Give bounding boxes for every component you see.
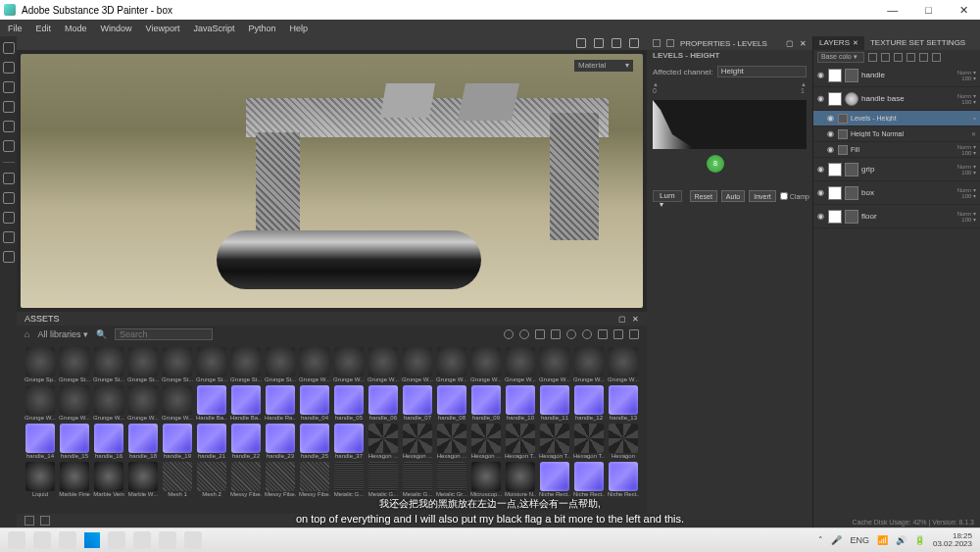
props-icon[interactable] <box>653 39 661 47</box>
layer-blend[interactable]: Norm ▾100 ▾ <box>957 93 976 105</box>
asset-item[interactable]: Hexagon <box>608 424 639 459</box>
export-tool[interactable] <box>3 173 15 184</box>
start-button[interactable] <box>84 532 100 548</box>
asset-item[interactable]: Grunge St... <box>265 347 296 382</box>
projection-tool[interactable] <box>3 81 15 93</box>
asset-item[interactable]: handle_08 <box>436 385 467 421</box>
asset-item[interactable]: Niche Rect... <box>608 462 639 497</box>
asset-item[interactable]: Hexagon T... <box>573 424 605 459</box>
hist-mark-min[interactable]: 0 <box>653 81 659 94</box>
visibility-toggle[interactable]: ◉ <box>817 188 825 197</box>
camera-icon[interactable] <box>612 38 621 48</box>
view-list-icon[interactable] <box>598 329 608 339</box>
asset-item[interactable]: Hexagon T... <box>539 424 570 459</box>
clamp-checkbox[interactable]: Clamp <box>780 192 809 200</box>
asset-item[interactable]: handle_21 <box>196 424 227 459</box>
filter-smart-icon[interactable] <box>551 329 561 339</box>
layer-mask-thumb[interactable] <box>828 210 842 224</box>
channel-select[interactable]: Base colo ▾ <box>817 52 864 63</box>
minimize-button[interactable]: — <box>879 4 906 17</box>
asset-item[interactable]: Grunge W... <box>402 347 433 382</box>
display-icon[interactable] <box>594 38 604 48</box>
layer-row[interactable]: ◉gripNorm ▾100 ▾ <box>813 158 980 181</box>
asset-item[interactable]: Microscop... <box>470 462 502 497</box>
assets-foot-icon[interactable] <box>40 516 50 526</box>
settings-tool[interactable] <box>3 231 15 243</box>
menu-mode[interactable]: Mode <box>65 24 87 33</box>
visibility-toggle[interactable]: ◉ <box>827 145 835 154</box>
asset-item[interactable]: Messy Fibe... <box>299 462 330 497</box>
assets-home-icon[interactable]: ⌂ <box>24 329 29 339</box>
taskbar-app-icon[interactable] <box>133 531 151 549</box>
layer-row[interactable]: ◉handleNorm ▾100 ▾ <box>813 64 980 87</box>
asset-item[interactable]: handle_37 <box>333 424 365 459</box>
asset-item[interactable]: Metalic G... <box>368 462 399 497</box>
asset-item[interactable]: handle_12 <box>573 385 605 421</box>
misc-tool[interactable] <box>3 251 15 263</box>
delete-icon[interactable] <box>919 53 928 62</box>
asset-item[interactable]: Grunge St... <box>127 347 159 382</box>
asset-item[interactable]: Liquid <box>24 462 56 497</box>
asset-item[interactable]: Handle Ra... <box>265 385 296 421</box>
asset-item[interactable]: handle_19 <box>162 424 193 459</box>
assets-popout-icon[interactable]: ▢ <box>618 315 626 324</box>
asset-item[interactable]: handle_05 <box>333 385 365 421</box>
layer-thumb[interactable] <box>845 69 858 82</box>
asset-item[interactable]: Hexagon ... <box>368 424 399 459</box>
visibility-toggle[interactable]: ◉ <box>817 165 825 174</box>
asset-item[interactable]: Grunge W... <box>470 347 502 382</box>
asset-item[interactable]: handle_23 <box>265 424 296 459</box>
asset-item[interactable]: Grunge W... <box>368 347 399 382</box>
layer-blend[interactable]: Norm ▾100 ▾ <box>957 70 976 81</box>
assets-foot-icon[interactable] <box>24 516 34 526</box>
layer-thumb[interactable] <box>845 210 858 224</box>
taskbar-app-icon[interactable] <box>33 531 51 549</box>
menu-file[interactable]: File <box>8 24 23 33</box>
asset-item[interactable]: Grunge St... <box>196 347 227 382</box>
visibility-toggle[interactable]: ◉ <box>827 114 835 123</box>
viewport-3d[interactable]: Material <box>21 54 643 308</box>
taskbar-app-icon[interactable] <box>108 531 125 549</box>
asset-item[interactable]: Hexagon ... <box>402 424 433 459</box>
asset-item[interactable]: Grunge W... <box>573 347 605 382</box>
render-tool[interactable] <box>3 192 15 204</box>
asset-item[interactable]: handle_16 <box>93 424 124 459</box>
props-icon[interactable] <box>666 39 674 47</box>
layer-blend[interactable]: Norm ▾100 ▾ <box>957 211 976 223</box>
taskbar-app-icon[interactable] <box>159 531 176 549</box>
asset-item[interactable]: Hexagon ... <box>436 424 467 459</box>
add-effect-icon[interactable] <box>881 53 890 62</box>
asset-item[interactable]: handle_10 <box>505 385 536 421</box>
layer-mask-thumb[interactable] <box>828 163 842 176</box>
asset-item[interactable]: Handle Ba... <box>196 385 227 421</box>
filter-brush-icon[interactable] <box>566 329 576 339</box>
hist-mark-max[interactable]: 1 <box>801 81 807 94</box>
layer-blend[interactable]: Norm ▾100 ▾ <box>957 187 976 199</box>
tray-wifi-icon[interactable]: 📶 <box>877 535 888 545</box>
assets-library-dropdown[interactable]: All libraries ▾ <box>37 329 88 339</box>
asset-item[interactable]: Grunge St... <box>93 347 124 382</box>
asset-item[interactable]: Metalic G... <box>333 462 365 497</box>
asset-item[interactable]: Niche Rect... <box>539 462 570 497</box>
filter-env-icon[interactable] <box>504 329 514 339</box>
layer-row[interactable]: ◉Levels - Height▾ <box>813 111 980 126</box>
asset-item[interactable]: handle_13 <box>608 385 639 421</box>
asset-item[interactable]: Grunge Sp... <box>24 347 56 382</box>
affected-channel-select[interactable]: Height <box>717 66 807 77</box>
auto-button[interactable]: Auto <box>721 190 745 202</box>
asset-item[interactable]: Marble Vein <box>93 462 124 497</box>
layer-row[interactable]: ◉FillNorm ▾100 ▾ <box>813 142 980 158</box>
asset-item[interactable]: handle_09 <box>470 385 502 421</box>
menu-edit[interactable]: Edit <box>36 24 52 33</box>
maximize-button[interactable]: □ <box>917 4 940 17</box>
asset-item[interactable]: Grunge W... <box>299 347 330 382</box>
asset-item[interactable]: Grunge W... <box>162 385 193 421</box>
asset-item[interactable]: Grunge W... <box>59 385 90 421</box>
filter-particle-icon[interactable] <box>582 329 592 339</box>
asset-item[interactable]: handle_25 <box>299 424 330 459</box>
asset-item[interactable]: Grunge St... <box>162 347 193 382</box>
invert-button[interactable]: Invert <box>749 190 776 202</box>
tray-lang[interactable]: ENG <box>850 535 869 545</box>
asset-item[interactable]: Grunge W... <box>127 385 159 421</box>
tab-layers[interactable]: LAYERS✕ <box>813 36 864 50</box>
